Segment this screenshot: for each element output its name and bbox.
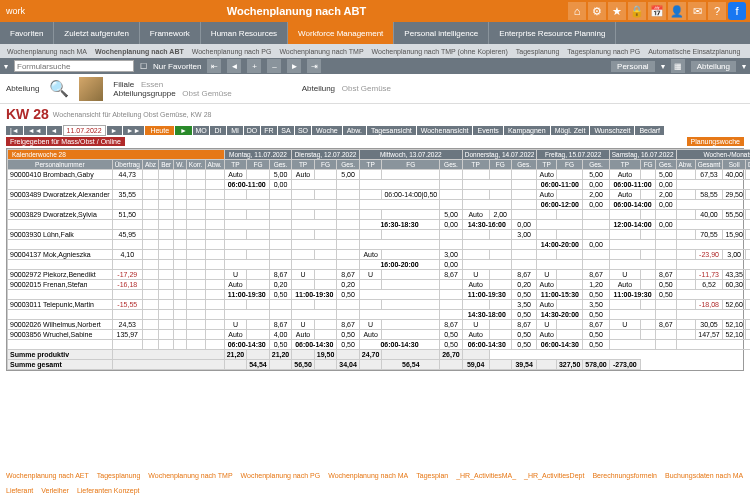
menu-5[interactable]: Personal intelligence (394, 22, 489, 44)
nav-first[interactable]: ⇤ (207, 59, 221, 73)
today-btn[interactable]: Heute (145, 126, 174, 135)
emp-name[interactable]: 90002015 Frenan,Stefan (8, 280, 113, 290)
gear-icon[interactable]: ⚙ (588, 2, 606, 20)
page-title: Wochenplanung nach ABT (25, 5, 568, 17)
day-MO[interactable]: MO (193, 126, 209, 135)
app-name: work (0, 6, 25, 16)
emp-name[interactable]: 90002026 Wilhelmus,Norbert (8, 320, 113, 330)
abteilung-drop[interactable]: Abteilung (691, 61, 736, 72)
help-icon[interactable]: ? (708, 2, 726, 20)
menu-4[interactable]: Workforce Management (288, 22, 394, 44)
day-header: Freitag, 15.07.2022 (537, 150, 609, 160)
grp-label: Abteilungsgruppe (113, 89, 175, 98)
tab-0[interactable]: Wochenplanung nach MA (4, 47, 90, 56)
drop-icon[interactable]: ▾ (661, 62, 665, 71)
kw-sub: Wochenansicht für Abteilung Obst Gemüse,… (53, 111, 212, 118)
footer-link[interactable]: Wochenplanung nach MA (328, 472, 408, 479)
nav-next[interactable]: ► (287, 59, 301, 73)
nav-btn[interactable]: ◄◄ (24, 126, 46, 135)
dept-image (79, 77, 103, 101)
day-MI[interactable]: MI (227, 126, 243, 135)
nav-last[interactable]: ⇥ (307, 59, 321, 73)
day-FR[interactable]: FR (261, 126, 277, 135)
menu-3[interactable]: Human Resources (201, 22, 288, 44)
footer-link[interactable]: Lieferant (6, 487, 33, 494)
nav-btn[interactable]: |◄ (6, 126, 23, 135)
search-icon[interactable]: 🔍 (49, 79, 69, 98)
nav-add[interactable]: + (247, 59, 261, 73)
calendar-icon[interactable]: 📅 (648, 2, 666, 20)
footer-link[interactable]: Wochenplanung nach PG (241, 472, 321, 479)
footer-link[interactable]: Wochenplanung nach TMP (148, 472, 232, 479)
nav-btn[interactable]: ►► (123, 126, 145, 135)
footer-link[interactable]: Tagesplanung (97, 472, 141, 479)
day-DI[interactable]: DI (210, 126, 226, 135)
footer-link[interactable]: Tagesplan (416, 472, 448, 479)
abt-label: Abteilung (6, 84, 39, 93)
menu-6[interactable]: Enterprise Resource Planning (489, 22, 616, 44)
day-DO[interactable]: DO (244, 126, 260, 135)
tab-5[interactable]: Tagesplanung (513, 47, 563, 56)
footer-link[interactable]: Verleiher (41, 487, 69, 494)
search-input[interactable] (14, 60, 134, 72)
home-icon[interactable]: ⌂ (568, 2, 586, 20)
view-btn[interactable]: Bedarf (635, 126, 664, 135)
drop-icon2[interactable]: ▾ (742, 62, 746, 71)
tab-7[interactable]: Automatische Einsatzplanung (645, 47, 743, 56)
view-btn[interactable]: Wunschzeit (590, 126, 634, 135)
emp-name[interactable]: 90003829 Dworatzek,Sylvia (8, 210, 113, 220)
menu-2[interactable]: Framework (140, 22, 201, 44)
date-input[interactable]: 11.07.2022 (63, 125, 106, 136)
footer-link[interactable]: Lieferanten Konzept (77, 487, 140, 494)
nav-btn[interactable]: ► (107, 126, 122, 135)
facebook-icon[interactable]: f (728, 2, 746, 20)
menu-1[interactable]: Zuletzt aufgerufen (54, 22, 139, 44)
nav-prev[interactable]: ◄ (227, 59, 241, 73)
footer-link[interactable]: Berechnungsformeln (592, 472, 657, 479)
go-btn[interactable]: ► (175, 126, 192, 135)
dropdown-icon[interactable]: ▾ (4, 62, 8, 71)
star-icon[interactable]: ★ (608, 2, 626, 20)
grid-icon[interactable]: ▦ (671, 59, 685, 73)
emp-name[interactable]: 90003930 Lühn,Falk (8, 230, 113, 240)
fav-checkbox[interactable]: ☐ (140, 62, 147, 71)
filiale-label: Filiale (113, 80, 134, 89)
footer-link[interactable]: Wochenplanung nach AET (6, 472, 89, 479)
day-SA[interactable]: SA (278, 126, 294, 135)
view-btn[interactable]: Events (473, 126, 502, 135)
kw-header: Kalenderwoche 28 (8, 150, 225, 160)
emp-name[interactable]: 90003856 Wruchel,Sabine (8, 330, 113, 340)
footer-link[interactable]: _HR_ActivitiesMA_ (456, 472, 516, 479)
view-btn[interactable]: Abw. (343, 126, 366, 135)
emp-name[interactable]: 90003489 Dworatzek,Alexander (8, 190, 113, 200)
tab-3[interactable]: Wochenplanung nach TMP (276, 47, 366, 56)
personal-drop[interactable]: Personal (611, 61, 655, 72)
nav-del[interactable]: – (267, 59, 281, 73)
view-btn[interactable]: Mögl. Zeit (551, 126, 590, 135)
tab-2[interactable]: Wochenplanung nach PG (189, 47, 275, 56)
lock-icon[interactable]: 🔒 (628, 2, 646, 20)
menu-0[interactable]: Favoriten (0, 22, 54, 44)
user-icon[interactable]: 👤 (668, 2, 686, 20)
tab-1[interactable]: Wochenplanung nach ABT (92, 47, 187, 56)
nav-btn[interactable]: ◄ (47, 126, 62, 135)
view-btn[interactable]: Woche (312, 126, 342, 135)
view-btn[interactable]: Kampagnen (504, 126, 550, 135)
footer-link[interactable]: _HR_ActivitiesDept (524, 472, 584, 479)
view-btn[interactable]: Tagesansicht (367, 126, 416, 135)
emp-name[interactable]: 90000410 Brombach,Gaby (8, 170, 113, 180)
emp-name[interactable]: 90004137 Mok,Agnieszka (8, 250, 113, 260)
footer-link[interactable]: Buchungsdaten nach MA (665, 472, 743, 479)
abt2-value: Obst Gemüse (342, 84, 391, 93)
sum-row: Summe produktiv (8, 350, 113, 360)
emp-name[interactable]: 90003011 Telepunic,Martin (8, 300, 113, 310)
planning-week-tag: Planungswoche (687, 137, 744, 146)
view-btn[interactable]: Wochenansicht (417, 126, 473, 135)
mail-icon[interactable]: ✉ (688, 2, 706, 20)
tab-4[interactable]: Wochenplanung nach TMP (ohne Kopieren) (369, 47, 511, 56)
day-SO[interactable]: SO (295, 126, 311, 135)
emp-name[interactable]: 90002972 Piekorz,Benedikt (8, 270, 113, 280)
day-header: Donnerstag, 14.07.2022 (462, 150, 537, 160)
filiale-value: Essen (141, 80, 163, 89)
tab-6[interactable]: Tagesplanung nach PG (564, 47, 643, 56)
